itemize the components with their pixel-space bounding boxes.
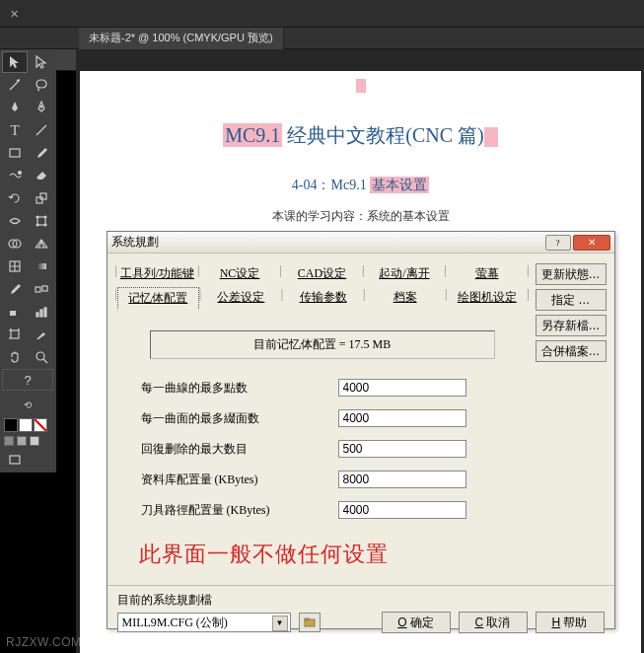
hand-tool[interactable] (2, 346, 28, 368)
selection-tool[interactable] (2, 51, 28, 73)
gradient-tool[interactable] (29, 255, 54, 277)
toolbox: T ? ⟲ (0, 49, 56, 472)
perspective-grid-tool[interactable] (29, 233, 54, 254)
app-titlebar: ✕ (0, 0, 644, 28)
dialog-tabs: | 工具列/功能键| NC设定| CAD设定| 起动/离开| 萤幕| | 记忆体… (115, 263, 530, 311)
toggle-fill-stroke[interactable]: ⟲ (2, 397, 53, 412)
rectangle-tool[interactable] (2, 142, 28, 164)
artboard[interactable]: MC9.1 经典中文教程(CNC 篇) 4-04：Mc9.1 基本设置 本课的学… (80, 71, 641, 653)
merge-file-button[interactable]: 合併檔案… (536, 340, 607, 362)
curvature-tool[interactable] (29, 97, 54, 118)
svg-rect-24 (305, 618, 309, 620)
scale-tool[interactable] (29, 187, 54, 209)
svg-rect-4 (40, 193, 46, 199)
svg-rect-14 (36, 287, 40, 292)
column-graph-tool[interactable] (29, 301, 54, 323)
shaper-tool[interactable] (2, 165, 28, 186)
tab-toolbar-keys[interactable]: 工具列/功能键 (117, 263, 197, 284)
dialog-title: 系统規劃 (111, 234, 543, 251)
swatch-white[interactable] (19, 418, 33, 432)
tab-plotter[interactable]: 绘图机设定 (447, 287, 527, 311)
shape-builder-tool[interactable] (2, 233, 28, 254)
svg-rect-13 (36, 263, 46, 269)
config-file-combo[interactable]: MILL9M.CFG (公制) (117, 613, 291, 632)
save-as-button[interactable]: 另存新檔… (536, 315, 607, 336)
symbol-sprayer-tool[interactable] (2, 301, 28, 323)
free-transform-tool[interactable] (29, 210, 54, 232)
field-label-curve-points: 每一曲線的最多點数 (141, 380, 338, 397)
swatch-row (2, 416, 54, 434)
browse-file-icon[interactable] (299, 613, 321, 632)
rotate-tool[interactable] (2, 187, 28, 209)
line-segment-tool[interactable] (29, 119, 54, 141)
artboard-tool[interactable] (2, 324, 28, 345)
document-tab[interactable]: 未标题-2* @ 100% (CMYK/GPU 预览) (79, 28, 284, 49)
paintbrush-tool[interactable] (29, 142, 54, 164)
svg-rect-20 (11, 330, 19, 338)
tab-transfer-params[interactable]: 传输参数 (283, 287, 363, 311)
tab-tolerance[interactable]: 公差设定 (201, 287, 281, 311)
tab-nc-settings[interactable]: NC设定 (199, 263, 279, 284)
tab-cad-settings[interactable]: CAD设定 (282, 263, 362, 284)
svg-rect-22 (10, 456, 20, 464)
note-text: 此界面一般不做任何设置 (115, 532, 530, 579)
svg-point-21 (36, 352, 44, 360)
lasso-tool[interactable] (29, 74, 54, 96)
svg-point-6 (36, 216, 38, 218)
svg-rect-18 (40, 310, 42, 317)
direct-selection-tool[interactable] (29, 51, 54, 73)
input-surface-patches[interactable] (338, 409, 466, 427)
svg-rect-1 (10, 149, 20, 157)
svg-point-7 (44, 216, 46, 218)
svg-rect-17 (36, 313, 38, 317)
pen-tool[interactable] (2, 97, 28, 118)
color-indicator (2, 436, 54, 446)
ok-button[interactable]: O 确定 (382, 612, 451, 633)
slice-tool[interactable] (29, 324, 54, 345)
width-tool[interactable] (2, 210, 28, 232)
blend-tool[interactable] (29, 278, 54, 300)
tab-file[interactable]: 档案 (365, 287, 445, 311)
dialog-help-icon[interactable]: ? (545, 235, 571, 251)
svg-rect-16 (10, 311, 16, 316)
input-curve-points[interactable] (338, 379, 466, 397)
footer-label: 目前的系统規劃檔 (117, 592, 605, 609)
help-tool[interactable]: ? (2, 369, 53, 391)
input-toolpath-alloc[interactable] (338, 501, 466, 519)
type-tool[interactable]: T (2, 119, 28, 141)
svg-point-8 (36, 224, 38, 226)
svg-point-0 (40, 106, 42, 108)
eyedropper-tool[interactable] (2, 278, 28, 300)
panel-close-icon[interactable]: ✕ (10, 8, 22, 20)
eraser-tool[interactable] (29, 165, 54, 186)
field-label-surface-patches: 每一曲面的最多綴面数 (141, 410, 338, 427)
doc-description: 本课的学习内容：系统的基本设置 (98, 208, 623, 225)
memory-status: 目前记忆体配置 = 17.5 MB (150, 330, 495, 359)
doc-title: MC9.1 经典中文教程(CNC 篇) (98, 122, 623, 149)
svg-rect-19 (44, 308, 46, 317)
tab-memory-config[interactable]: 记忆体配置 (117, 287, 199, 311)
update-status-button[interactable]: 更新狀態… (536, 263, 607, 285)
dialog-close-icon[interactable]: ✕ (573, 235, 610, 251)
zoom-tool[interactable] (29, 346, 54, 368)
assign-button[interactable]: 指定 … (536, 289, 607, 311)
document-tab-bar: 未标题-2* @ 100% (CMYK/GPU 预览) (0, 28, 644, 49)
dialog-titlebar[interactable]: 系统規劃 ? ✕ (107, 232, 614, 254)
mesh-tool[interactable] (2, 255, 28, 277)
input-undo-max[interactable] (338, 440, 466, 458)
screen-mode-tool[interactable] (2, 449, 28, 471)
doc-subtitle: 4-04：Mc9.1 基本设置 (98, 177, 623, 194)
magic-wand-tool[interactable] (2, 74, 28, 96)
tab-screen[interactable]: 萤幕 (447, 263, 527, 284)
cancel-button[interactable]: C 取消 (459, 612, 528, 633)
system-config-dialog: 系统規劃 ? ✕ | 工具列/功能键| NC设定| CAD设定| 起动/离开| (107, 231, 615, 629)
input-db-alloc[interactable] (338, 471, 466, 488)
watermark: RJZXW.COM (6, 635, 82, 649)
svg-rect-15 (42, 286, 47, 291)
help-button[interactable]: H 帮助 (536, 612, 605, 633)
swatch-black[interactable] (4, 418, 18, 432)
dialog-footer: 目前的系统規劃檔 MILL9M.CFG (公制) O 确定 C 取消 H 帮助 (107, 585, 614, 641)
swatch-none[interactable] (34, 418, 47, 432)
tab-start-exit[interactable]: 起动/离开 (364, 263, 444, 284)
canvas-area: MC9.1 经典中文教程(CNC 篇) 4-04：Mc9.1 基本设置 本课的学… (76, 49, 644, 653)
